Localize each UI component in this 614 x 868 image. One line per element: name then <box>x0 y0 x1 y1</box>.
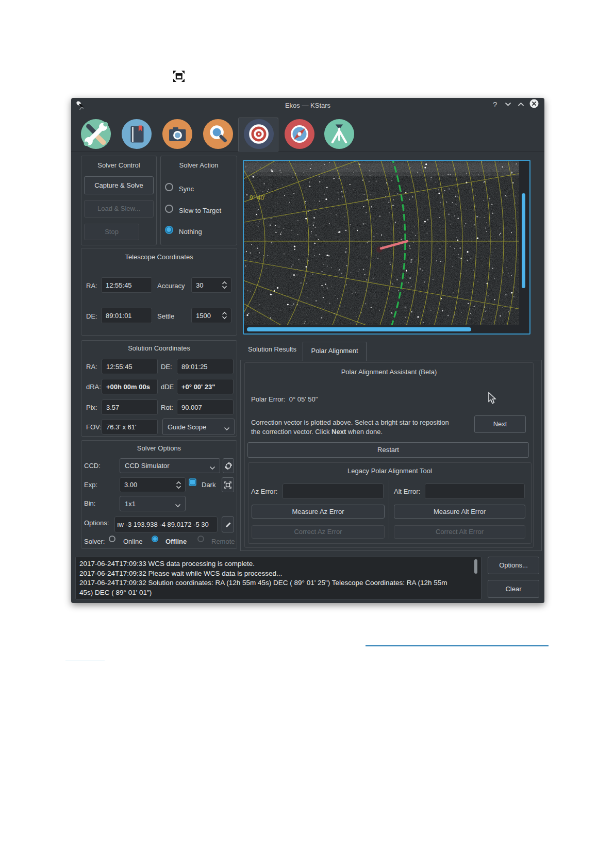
svg-text:9° 40': 9° 40' <box>250 194 265 202</box>
